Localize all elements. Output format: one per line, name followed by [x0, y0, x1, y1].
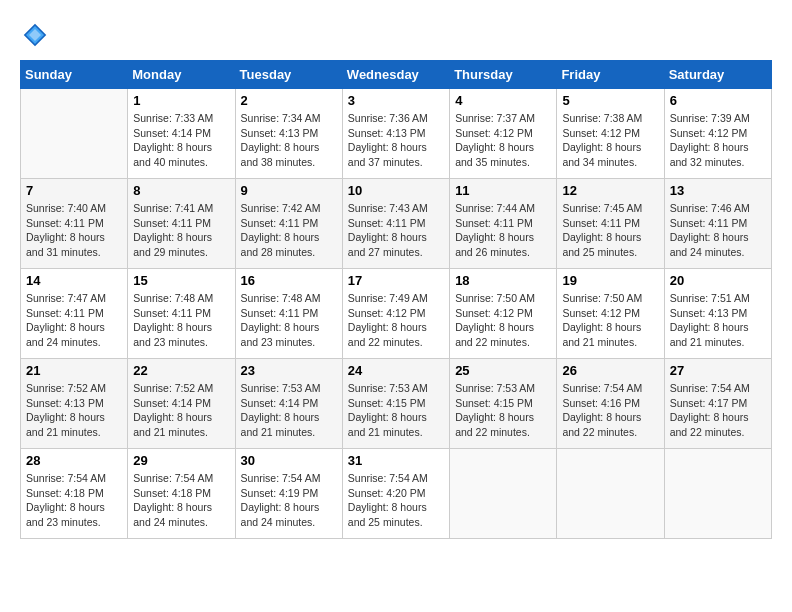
day-cell: 22Sunrise: 7:52 AM Sunset: 4:14 PM Dayli…: [128, 359, 235, 449]
day-info: Sunrise: 7:36 AM Sunset: 4:13 PM Dayligh…: [348, 111, 444, 170]
day-number: 31: [348, 453, 444, 468]
week-row-2: 7Sunrise: 7:40 AM Sunset: 4:11 PM Daylig…: [21, 179, 772, 269]
week-row-3: 14Sunrise: 7:47 AM Sunset: 4:11 PM Dayli…: [21, 269, 772, 359]
day-number: 12: [562, 183, 658, 198]
day-cell: 6Sunrise: 7:39 AM Sunset: 4:12 PM Daylig…: [664, 89, 771, 179]
day-info: Sunrise: 7:47 AM Sunset: 4:11 PM Dayligh…: [26, 291, 122, 350]
day-number: 5: [562, 93, 658, 108]
day-info: Sunrise: 7:42 AM Sunset: 4:11 PM Dayligh…: [241, 201, 337, 260]
day-info: Sunrise: 7:54 AM Sunset: 4:19 PM Dayligh…: [241, 471, 337, 530]
day-cell: 27Sunrise: 7:54 AM Sunset: 4:17 PM Dayli…: [664, 359, 771, 449]
day-info: Sunrise: 7:52 AM Sunset: 4:13 PM Dayligh…: [26, 381, 122, 440]
day-info: Sunrise: 7:50 AM Sunset: 4:12 PM Dayligh…: [562, 291, 658, 350]
day-cell: 2Sunrise: 7:34 AM Sunset: 4:13 PM Daylig…: [235, 89, 342, 179]
day-cell: 26Sunrise: 7:54 AM Sunset: 4:16 PM Dayli…: [557, 359, 664, 449]
week-row-5: 28Sunrise: 7:54 AM Sunset: 4:18 PM Dayli…: [21, 449, 772, 539]
day-number: 28: [26, 453, 122, 468]
day-info: Sunrise: 7:54 AM Sunset: 4:18 PM Dayligh…: [26, 471, 122, 530]
header-cell-wednesday: Wednesday: [342, 61, 449, 89]
day-cell: 14Sunrise: 7:47 AM Sunset: 4:11 PM Dayli…: [21, 269, 128, 359]
day-number: 4: [455, 93, 551, 108]
header-cell-sunday: Sunday: [21, 61, 128, 89]
day-cell: 28Sunrise: 7:54 AM Sunset: 4:18 PM Dayli…: [21, 449, 128, 539]
day-cell: 3Sunrise: 7:36 AM Sunset: 4:13 PM Daylig…: [342, 89, 449, 179]
header-cell-thursday: Thursday: [450, 61, 557, 89]
day-cell: [450, 449, 557, 539]
day-number: 15: [133, 273, 229, 288]
day-info: Sunrise: 7:45 AM Sunset: 4:11 PM Dayligh…: [562, 201, 658, 260]
day-number: 26: [562, 363, 658, 378]
day-cell: 9Sunrise: 7:42 AM Sunset: 4:11 PM Daylig…: [235, 179, 342, 269]
day-cell: 1Sunrise: 7:33 AM Sunset: 4:14 PM Daylig…: [128, 89, 235, 179]
day-number: 1: [133, 93, 229, 108]
day-cell: 15Sunrise: 7:48 AM Sunset: 4:11 PM Dayli…: [128, 269, 235, 359]
day-cell: 25Sunrise: 7:53 AM Sunset: 4:15 PM Dayli…: [450, 359, 557, 449]
day-info: Sunrise: 7:52 AM Sunset: 4:14 PM Dayligh…: [133, 381, 229, 440]
header-cell-friday: Friday: [557, 61, 664, 89]
page-header: [20, 20, 772, 50]
day-info: Sunrise: 7:48 AM Sunset: 4:11 PM Dayligh…: [133, 291, 229, 350]
day-info: Sunrise: 7:46 AM Sunset: 4:11 PM Dayligh…: [670, 201, 766, 260]
logo: [20, 20, 54, 50]
day-info: Sunrise: 7:54 AM Sunset: 4:17 PM Dayligh…: [670, 381, 766, 440]
day-cell: 13Sunrise: 7:46 AM Sunset: 4:11 PM Dayli…: [664, 179, 771, 269]
day-cell: 11Sunrise: 7:44 AM Sunset: 4:11 PM Dayli…: [450, 179, 557, 269]
day-cell: [21, 89, 128, 179]
day-cell: 5Sunrise: 7:38 AM Sunset: 4:12 PM Daylig…: [557, 89, 664, 179]
day-info: Sunrise: 7:41 AM Sunset: 4:11 PM Dayligh…: [133, 201, 229, 260]
day-info: Sunrise: 7:53 AM Sunset: 4:15 PM Dayligh…: [455, 381, 551, 440]
day-info: Sunrise: 7:44 AM Sunset: 4:11 PM Dayligh…: [455, 201, 551, 260]
calendar-body: 1Sunrise: 7:33 AM Sunset: 4:14 PM Daylig…: [21, 89, 772, 539]
day-number: 7: [26, 183, 122, 198]
day-cell: 18Sunrise: 7:50 AM Sunset: 4:12 PM Dayli…: [450, 269, 557, 359]
day-number: 3: [348, 93, 444, 108]
day-number: 16: [241, 273, 337, 288]
day-info: Sunrise: 7:43 AM Sunset: 4:11 PM Dayligh…: [348, 201, 444, 260]
day-number: 17: [348, 273, 444, 288]
day-cell: 29Sunrise: 7:54 AM Sunset: 4:18 PM Dayli…: [128, 449, 235, 539]
day-number: 27: [670, 363, 766, 378]
day-info: Sunrise: 7:37 AM Sunset: 4:12 PM Dayligh…: [455, 111, 551, 170]
day-info: Sunrise: 7:48 AM Sunset: 4:11 PM Dayligh…: [241, 291, 337, 350]
day-info: Sunrise: 7:38 AM Sunset: 4:12 PM Dayligh…: [562, 111, 658, 170]
day-info: Sunrise: 7:40 AM Sunset: 4:11 PM Dayligh…: [26, 201, 122, 260]
day-number: 20: [670, 273, 766, 288]
week-row-4: 21Sunrise: 7:52 AM Sunset: 4:13 PM Dayli…: [21, 359, 772, 449]
logo-icon: [20, 20, 50, 50]
day-number: 11: [455, 183, 551, 198]
day-cell: 4Sunrise: 7:37 AM Sunset: 4:12 PM Daylig…: [450, 89, 557, 179]
week-row-1: 1Sunrise: 7:33 AM Sunset: 4:14 PM Daylig…: [21, 89, 772, 179]
day-info: Sunrise: 7:33 AM Sunset: 4:14 PM Dayligh…: [133, 111, 229, 170]
calendar-table: SundayMondayTuesdayWednesdayThursdayFrid…: [20, 60, 772, 539]
day-number: 30: [241, 453, 337, 468]
day-number: 14: [26, 273, 122, 288]
day-info: Sunrise: 7:51 AM Sunset: 4:13 PM Dayligh…: [670, 291, 766, 350]
day-number: 22: [133, 363, 229, 378]
day-cell: 10Sunrise: 7:43 AM Sunset: 4:11 PM Dayli…: [342, 179, 449, 269]
day-number: 24: [348, 363, 444, 378]
day-number: 2: [241, 93, 337, 108]
day-cell: 31Sunrise: 7:54 AM Sunset: 4:20 PM Dayli…: [342, 449, 449, 539]
day-number: 10: [348, 183, 444, 198]
day-cell: 24Sunrise: 7:53 AM Sunset: 4:15 PM Dayli…: [342, 359, 449, 449]
day-cell: 16Sunrise: 7:48 AM Sunset: 4:11 PM Dayli…: [235, 269, 342, 359]
header-cell-tuesday: Tuesday: [235, 61, 342, 89]
day-cell: [664, 449, 771, 539]
day-info: Sunrise: 7:53 AM Sunset: 4:15 PM Dayligh…: [348, 381, 444, 440]
day-cell: 7Sunrise: 7:40 AM Sunset: 4:11 PM Daylig…: [21, 179, 128, 269]
day-info: Sunrise: 7:54 AM Sunset: 4:18 PM Dayligh…: [133, 471, 229, 530]
day-number: 25: [455, 363, 551, 378]
day-info: Sunrise: 7:34 AM Sunset: 4:13 PM Dayligh…: [241, 111, 337, 170]
day-info: Sunrise: 7:53 AM Sunset: 4:14 PM Dayligh…: [241, 381, 337, 440]
day-info: Sunrise: 7:54 AM Sunset: 4:20 PM Dayligh…: [348, 471, 444, 530]
day-number: 29: [133, 453, 229, 468]
day-cell: 30Sunrise: 7:54 AM Sunset: 4:19 PM Dayli…: [235, 449, 342, 539]
day-number: 21: [26, 363, 122, 378]
header-cell-saturday: Saturday: [664, 61, 771, 89]
day-cell: 8Sunrise: 7:41 AM Sunset: 4:11 PM Daylig…: [128, 179, 235, 269]
day-number: 23: [241, 363, 337, 378]
day-cell: 17Sunrise: 7:49 AM Sunset: 4:12 PM Dayli…: [342, 269, 449, 359]
day-number: 8: [133, 183, 229, 198]
calendar-header: SundayMondayTuesdayWednesdayThursdayFrid…: [21, 61, 772, 89]
header-cell-monday: Monday: [128, 61, 235, 89]
